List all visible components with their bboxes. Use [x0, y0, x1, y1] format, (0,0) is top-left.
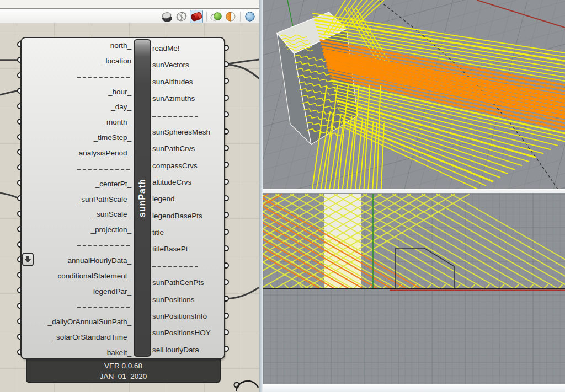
- output-row-legend[interactable]: legend: [152, 191, 223, 207]
- input-label: _location: [102, 57, 131, 65]
- input-row-centerPt[interactable]: _centerPt_: [25, 176, 131, 192]
- input-row-projection[interactable]: _projection_: [25, 222, 131, 238]
- input-label: _centerPt_: [95, 180, 131, 188]
- output-label: sunPathCrvs: [152, 144, 195, 153]
- output-row-titleBasePt[interactable]: titleBasePt: [152, 241, 223, 257]
- output-label: sunPathCenPts: [152, 278, 204, 287]
- output-row-altitudeCrvs[interactable]: altitudeCrvs: [152, 174, 223, 191]
- screen: ▼ sunPath north__location_hour__day__mon…: [0, 0, 565, 392]
- input-label: analysisPeriod_: [79, 149, 131, 157]
- output-label: readMe!: [152, 44, 180, 52]
- output-row-legendBasePts[interactable]: legendBasePts: [152, 208, 223, 224]
- separator-dashes: [152, 266, 198, 267]
- output-label: sunPositions: [152, 296, 195, 304]
- input-row-sunScale[interactable]: _sunScale_: [25, 207, 131, 222]
- separator-dashes: [77, 77, 130, 78]
- rhino-viewports: [259, 0, 565, 392]
- input-row-analysisPeriod[interactable]: analysisPeriod_: [25, 146, 131, 161]
- perspective-viewport[interactable]: [263, 0, 565, 189]
- input-label: _sunScale_: [92, 210, 131, 218]
- input-row-bakeIt[interactable]: bakeIt_: [25, 345, 131, 361]
- wire-sunvectors-a: [226, 60, 259, 65]
- output-label: sunPositionsInfo: [152, 312, 207, 320]
- output-label: sunSpheresMesh: [152, 128, 210, 136]
- sunpath-component[interactable]: sunPath north__location_hour__day__month…: [20, 37, 225, 359]
- input-label: north_: [110, 41, 131, 50]
- output-label: legendBasePts: [152, 212, 202, 220]
- input-separator: [25, 238, 131, 253]
- window-top-strip: [0, 0, 259, 8]
- wire-sunvectors-b: [226, 65, 259, 79]
- output-row-readMe[interactable]: readMe!: [152, 40, 223, 57]
- output-label: titleBasePt: [152, 245, 188, 253]
- input-label: _sunPathScale_: [77, 195, 131, 203]
- separator-dashes: [77, 169, 130, 170]
- elevation-viewport[interactable]: [263, 193, 565, 384]
- output-row-sunPathCrvs[interactable]: sunPathCrvs: [152, 141, 223, 157]
- input-label: _solarOrStandardTime_: [52, 333, 131, 341]
- input-row-month[interactable]: _month_: [25, 115, 131, 130]
- input-row-day[interactable]: _day_: [25, 99, 131, 115]
- grasshopper-canvas[interactable]: sunPath north__location_hour__day__month…: [0, 23, 259, 392]
- preview-wireframe-icon[interactable]: [175, 10, 188, 23]
- wire-sunpathscale: [0, 193, 18, 198]
- component-name-bar[interactable]: sunPath: [134, 39, 151, 357]
- input-row-location[interactable]: _location: [25, 53, 131, 69]
- input-label: annualHourlyData_: [67, 256, 131, 265]
- input-row-timeStep[interactable]: _timeStep_: [25, 130, 131, 146]
- input-separator: [25, 299, 131, 315]
- preview-off-icon[interactable]: [161, 10, 173, 23]
- output-row-sunAltitudes[interactable]: sunAltitudes: [152, 74, 223, 90]
- separator-dashes: [77, 307, 130, 308]
- output-row-sunPositionsInfo[interactable]: sunPositionsInfo: [152, 308, 223, 325]
- input-row-solarOrStandardTime[interactable]: _solarOrStandardTime_: [25, 330, 131, 345]
- preview-green-sphere-icon[interactable]: [210, 10, 222, 23]
- input-label: _month_: [102, 118, 131, 126]
- input-row-dailyOrAnnualSunPath[interactable]: _dailyOrAnnualSunPath_: [25, 314, 131, 330]
- version-line: VER 0.0.68: [27, 361, 220, 371]
- output-row-sunSpheresMesh[interactable]: sunSpheresMesh: [152, 124, 223, 141]
- output-row-sunPositions[interactable]: sunPositions: [152, 292, 223, 308]
- input-label: _projection_: [90, 225, 131, 234]
- input-row-sunPathScale[interactable]: _sunPathScale_: [25, 192, 131, 207]
- viewport-bottom-strip: [263, 384, 565, 392]
- output-row-sunAzimuths[interactable]: sunAzimuths: [152, 90, 223, 107]
- output-row-sunPathCenPts[interactable]: sunPathCenPts: [152, 275, 223, 291]
- component-name: sunPath: [135, 40, 150, 356]
- input-label: bakeIt_: [107, 348, 131, 357]
- input-label: _day_: [111, 103, 131, 111]
- input-row-north[interactable]: north_: [25, 38, 131, 53]
- grasshopper-window: ▼ sunPath north__location_hour__day__mon…: [0, 0, 259, 392]
- output-row-title[interactable]: title: [152, 224, 223, 241]
- output-row-sunPositionsHOY[interactable]: sunPositionsHOY: [152, 325, 223, 341]
- preview-orange-sphere-icon[interactable]: [225, 10, 237, 23]
- date-line: JAN_01_2020: [27, 371, 220, 382]
- ladybug-logo-icon: [232, 377, 259, 392]
- output-label: title: [152, 228, 164, 237]
- input-label: conditionalStatement_: [57, 272, 131, 280]
- input-row-annualHourlyData[interactable]: annualHourlyData_: [25, 253, 131, 269]
- output-row-compassCrvs[interactable]: compassCrvs: [152, 158, 223, 174]
- separator-dashes: [152, 116, 198, 117]
- viewport-divider[interactable]: [263, 189, 565, 193]
- wire-hour: [0, 91, 18, 95]
- output-label: sunAzimuths: [152, 94, 195, 103]
- preview-blue-sphere-icon[interactable]: [244, 10, 256, 23]
- input-label: _timeStep_: [94, 133, 131, 142]
- output-label: compassCrvs: [152, 162, 198, 170]
- list-access-arrow-icon[interactable]: [22, 253, 34, 266]
- toolbar-separator: [206, 12, 207, 22]
- input-label: legendPar_: [93, 287, 131, 296]
- output-row-sunVectors[interactable]: sunVectors: [152, 57, 223, 73]
- output-separator: [152, 258, 223, 275]
- output-label: sunAltitudes: [152, 78, 193, 86]
- wire-sunpositions: [226, 287, 259, 299]
- preview-shaded-icon[interactable]: [190, 10, 203, 23]
- output-row-selHourlyData[interactable]: selHourlyData: [152, 342, 223, 358]
- grasshopper-toolbar: ▼: [0, 9, 259, 23]
- input-row-conditionalStatement[interactable]: conditionalStatement_: [25, 269, 131, 284]
- input-label: _dailyOrAnnualSunPath_: [47, 318, 131, 326]
- input-row-hour[interactable]: _hour_: [25, 84, 131, 100]
- input-row-legendPar[interactable]: legendPar_: [25, 284, 131, 299]
- input-separator: [25, 161, 131, 176]
